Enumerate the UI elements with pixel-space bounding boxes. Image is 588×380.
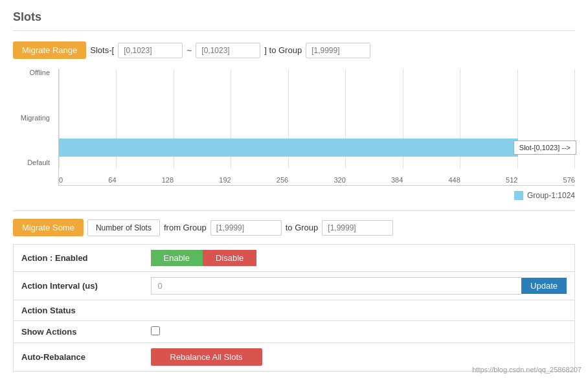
x-label-256: 256: [277, 176, 288, 184]
action-status-label: Action Status: [14, 300, 143, 321]
interval-input[interactable]: [151, 277, 522, 295]
x-label-64: 64: [108, 176, 116, 184]
x-label-192: 192: [219, 176, 231, 184]
rebalance-button[interactable]: Rebalance All Slots: [151, 348, 262, 366]
table-row-show-actions: Show Actions: [14, 321, 575, 343]
y-label-migrating: Migrating: [13, 115, 55, 122]
slots-group-input[interactable]: [306, 43, 370, 58]
action-interval-controls: Update: [143, 272, 575, 300]
x-label-384: 384: [391, 176, 403, 184]
page-container: Slots Migrate Range Slots-[ ~ ] to Group…: [0, 0, 588, 380]
num-slots-button[interactable]: Number of Slots: [87, 219, 160, 236]
chart-area: Offline Migrating Default: [13, 69, 575, 186]
bar-row-default: Slot-[0,1023] -->: [59, 138, 575, 157]
show-actions-controls: [143, 321, 575, 343]
toggle-group: Enable Disable: [151, 250, 567, 266]
slots-suffix-label: ] to Group: [264, 45, 302, 55]
enable-button[interactable]: Enable: [151, 250, 203, 266]
table-row-action-status: Action Status: [14, 300, 575, 321]
migrate-some-button[interactable]: Migrate Some: [13, 219, 84, 236]
x-label-320: 320: [334, 176, 345, 184]
action-status-value: [143, 300, 575, 321]
y-label-default: Default: [13, 159, 55, 166]
chart-legend: Group-1:1024: [13, 191, 575, 200]
disable-button[interactable]: Disable: [203, 250, 256, 266]
show-actions-checkbox[interactable]: [151, 326, 160, 335]
tilde-label: ~: [187, 45, 192, 56]
interval-row: Update: [151, 277, 567, 295]
show-actions-label: Show Actions: [14, 321, 143, 343]
action-enabled-controls: Enable Disable: [143, 245, 575, 272]
table-row-action-interval: Action Interval (us) Update: [14, 272, 575, 300]
auto-rebalance-label: Auto-Rebalance: [14, 343, 143, 372]
slots-prefix-label: Slots-[: [90, 45, 114, 55]
bars-container: Slot-[0,1023] -->: [59, 69, 575, 168]
update-button[interactable]: Update: [521, 278, 567, 294]
x-label-0: 0: [59, 176, 63, 184]
page-title: Slots: [13, 10, 575, 31]
migrate-range-row: Migrate Range Slots-[ ~ ] to Group: [13, 41, 575, 59]
chart-tooltip: Slot-[0,1023] -->: [514, 140, 576, 155]
chart-inner: Slot-[0,1023] --> 0 64 128 192 256 320 3…: [58, 69, 575, 186]
watermark: https://blog.csdn.net/qq_25868207: [472, 366, 582, 374]
x-label-128: 128: [162, 176, 174, 184]
action-enabled-label: Action : Enabled: [14, 245, 143, 272]
from-group-label: from Group: [164, 223, 207, 232]
slots-to-input[interactable]: [196, 43, 260, 58]
bar-row-migrating: [59, 109, 575, 128]
x-label-512: 512: [506, 176, 517, 184]
legend-label: Group-1:1024: [527, 191, 575, 200]
bar-row-offline: [59, 80, 575, 100]
settings-table: Action : Enabled Enable Disable Action I…: [13, 244, 575, 372]
slots-from-input[interactable]: [118, 43, 183, 58]
x-label-576: 576: [563, 176, 575, 184]
chart-y-labels: Offline Migrating Default: [13, 69, 55, 186]
migrate-range-button[interactable]: Migrate Range: [13, 41, 86, 59]
to-group-label: to Group: [286, 223, 319, 232]
migrate-some-row: Migrate Some Number of Slots from Group …: [13, 210, 575, 236]
y-label-offline: Offline: [13, 69, 55, 76]
legend-color-box: [514, 191, 523, 200]
to-group-input[interactable]: [322, 220, 393, 236]
from-group-input[interactable]: [210, 220, 282, 236]
table-row-action-enabled: Action : Enabled Enable Disable: [14, 245, 575, 272]
x-axis-labels: 0 64 128 192 256 320 384 448 512 576: [59, 173, 575, 184]
x-label-448: 448: [448, 176, 460, 184]
bar-default: [59, 139, 518, 157]
action-interval-label: Action Interval (us): [14, 272, 143, 300]
